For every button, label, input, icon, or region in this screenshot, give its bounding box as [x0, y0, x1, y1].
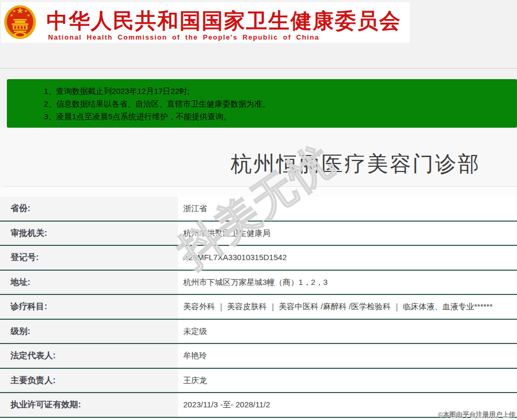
page-title: 杭州恒丽医疗美容门诊部 — [231, 149, 481, 178]
field-label: 诊疗科目: — [0, 295, 178, 319]
notice-line: 1、查询数据截止到2023年12月17日22时; — [44, 85, 517, 98]
table-row: 诊疗科目: 美容外科 ｜ 美容皮肤科 ｜ 美容中医科 /麻醉科 /医学检验科 ｜… — [0, 295, 517, 320]
field-value: 杭州市下城区万家星城3幢（商）1，2，3 — [178, 271, 517, 294]
field-label: 登记号: — [0, 246, 178, 270]
field-label: 地址: — [0, 271, 178, 294]
table-row: 级别: 未定级 — [0, 320, 517, 345]
field-value: 王庆龙 — [178, 369, 517, 393]
notice-line: 2、信息数据结果以各省、自治区、直辖市卫生健康委数据为准。 — [44, 98, 517, 110]
field-value: 美容外科 ｜ 美容皮肤科 ｜ 美容中医科 /麻醉科 /医学检验科 ｜ 临床体液、… — [178, 295, 517, 319]
field-value: A28MFL7XA33010315D1542 — [178, 246, 517, 270]
institution-detail-table: 省份: 浙江省 审批机关: 杭州市拱墅区卫生健康局 登记号: A28MFL7XA… — [0, 197, 517, 418]
header-divider — [0, 68, 517, 69]
notice-line: 3、凌晨1点至凌晨5点系统进行维护，不能提供查询。 — [44, 110, 517, 123]
table-row: 法定代表人: 牟艳玲 — [0, 344, 517, 369]
table-row: 省份: 浙江省 — [0, 197, 517, 222]
field-label: 法定代表人: — [0, 344, 178, 368]
site-title-english: National Health Commission of the People… — [48, 33, 319, 41]
image-upload-caption: ©本图由平台注册用户上传 — [438, 411, 515, 419]
china-national-emblem-icon — [3, 4, 37, 41]
field-value: 牟艳玲 — [178, 344, 517, 368]
field-label: 执业许可证有效期: — [0, 393, 178, 417]
field-label: 主要负责人: — [0, 369, 178, 393]
header-banner: 中华人民共和国国家卫生健康委员会 National Health Commiss… — [1, 2, 410, 43]
table-row: 审批机关: 杭州市拱墅区卫生健康局 — [0, 222, 517, 246]
field-label: 审批机关: — [0, 222, 178, 245]
table-row: 地址: 杭州市下城区万家星城3幢（商）1，2，3 — [0, 271, 517, 295]
field-label: 级别: — [0, 320, 178, 343]
table-row: 主要负责人: 王庆龙 — [0, 369, 517, 394]
field-value: 杭州市拱墅区卫生健康局 — [178, 222, 517, 245]
notice-box: 1、查询数据截止到2023年12月17日22时; 2、信息数据结果以各省、自治区… — [7, 79, 517, 128]
field-value: 浙江省 — [178, 197, 517, 221]
table-row: 登记号: A28MFL7XA33010315D1542 — [0, 246, 517, 271]
site-title-chinese: 中华人民共和国国家卫生健康委员会 — [46, 6, 401, 35]
field-value: 未定级 — [178, 320, 517, 343]
field-label: 省份: — [0, 197, 178, 221]
